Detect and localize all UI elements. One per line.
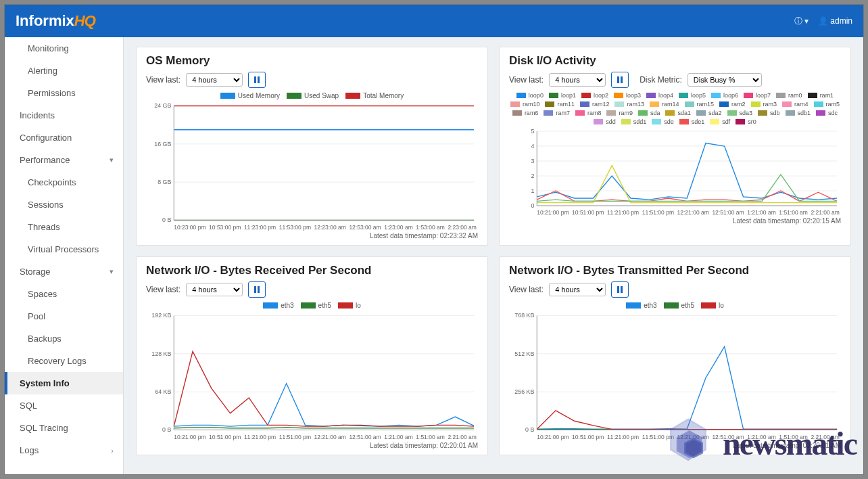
legend-item[interactable]: sr0: [736, 118, 756, 125]
range-select[interactable]: 15 minutes1 hour4 hours12 hours24 hours: [186, 283, 243, 296]
legend-item[interactable]: sdd: [594, 118, 616, 125]
sidebar-item-storage[interactable]: Storage▾: [5, 260, 123, 283]
legend-item[interactable]: Used Swap: [287, 92, 339, 99]
legend-label: ram10: [523, 101, 540, 108]
svg-text:8 GB: 8 GB: [158, 179, 171, 185]
legend-swatch: [808, 93, 817, 98]
legend-label: eth3: [644, 302, 656, 309]
legend-item[interactable]: ram13: [614, 101, 644, 108]
legend-item[interactable]: eth5: [664, 302, 694, 309]
legend-swatch: [664, 302, 679, 309]
legend-item[interactable]: loop6: [711, 92, 738, 99]
svg-text:16 GB: 16 GB: [154, 141, 171, 147]
legend-item[interactable]: ram10: [510, 101, 540, 108]
sidebar-item-monitoring[interactable]: Monitoring: [5, 37, 123, 60]
legend-swatch: [782, 101, 792, 107]
sidebar-item-threads[interactable]: Threads: [5, 216, 123, 238]
legend-item[interactable]: loop3: [614, 92, 641, 99]
legend-item[interactable]: loop7: [744, 92, 771, 99]
sidebar-item-spaces[interactable]: Spaces: [5, 283, 123, 305]
legend-item[interactable]: ram15: [685, 101, 715, 108]
sidebar-item-sql[interactable]: SQL: [5, 394, 123, 417]
legend-item[interactable]: ram4: [782, 101, 809, 108]
legend-item[interactable]: Total Memory: [345, 92, 404, 99]
legend-item[interactable]: lo: [701, 302, 724, 309]
legend-item[interactable]: ram2: [719, 101, 746, 108]
sidebar-item-label: System Info: [20, 378, 70, 388]
legend-item[interactable]: loop2: [581, 92, 608, 99]
pause-button[interactable]: [611, 281, 629, 298]
pause-button[interactable]: [248, 72, 266, 88]
sidebar-item-label: Alerting: [28, 66, 57, 76]
app-window: InformixHQ ⓘ ▾ 👤 admin MonitoringAlertin…: [4, 4, 864, 475]
legend-item[interactable]: ram14: [650, 101, 679, 108]
sidebar-item-sql-tracing[interactable]: SQL Tracing: [5, 417, 123, 439]
legend-item[interactable]: sde1: [679, 118, 705, 125]
legend-swatch: [338, 302, 353, 309]
range-select[interactable]: 15 minutes1 hour4 hours12 hours24 hours: [549, 283, 606, 296]
legend-item[interactable]: ram6: [512, 110, 539, 116]
sidebar-item-pool[interactable]: Pool: [5, 305, 123, 327]
sidebar-item-alerting[interactable]: Alerting: [5, 60, 123, 82]
legend-item[interactable]: sde: [652, 118, 674, 125]
legend-item[interactable]: loop5: [679, 92, 706, 99]
main-content: OS Memory View last: 15 minutes1 hour4 h…: [124, 37, 863, 475]
legend-item[interactable]: sdf: [710, 118, 730, 125]
pause-button[interactable]: [248, 281, 266, 298]
legend-label: loop4: [658, 92, 673, 99]
legend-item[interactable]: eth5: [301, 302, 331, 309]
sidebar-item-sessions[interactable]: Sessions: [5, 193, 123, 216]
info-icon[interactable]: ⓘ ▾: [794, 16, 809, 27]
sidebar-item-system-info[interactable]: System Info: [5, 372, 123, 394]
legend-item[interactable]: ram1: [808, 92, 834, 99]
sidebar-item-virtual-processors[interactable]: Virtual Processors: [5, 238, 123, 260]
legend-item[interactable]: ram9: [606, 110, 633, 116]
legend-item[interactable]: sda2: [696, 110, 722, 116]
pause-button[interactable]: [611, 72, 629, 88]
sidebar-item-backups[interactable]: Backups: [5, 327, 123, 350]
range-select[interactable]: 15 minutes1 hour4 hours12 hours24 hours: [549, 73, 606, 87]
legend-item[interactable]: sda: [638, 110, 660, 116]
x-tick: 1:51:00 am: [416, 434, 445, 440]
legend-item[interactable]: eth3: [263, 302, 293, 309]
sidebar-item-logs[interactable]: Logs›: [5, 439, 123, 461]
legend-item[interactable]: ram8: [575, 110, 602, 116]
legend-label: eth3: [281, 302, 293, 309]
range-select[interactable]: 15 minutes1 hour4 hours12 hours24 hours: [186, 73, 243, 87]
sidebar-item-recovery-logs[interactable]: Recovery Logs: [5, 350, 123, 372]
chart-os-memory: 0 B8 GB16 GB24 GB: [146, 102, 478, 224]
sidebar-item-performance[interactable]: Performance▾: [5, 149, 123, 171]
legend-item[interactable]: loop1: [549, 92, 576, 99]
sidebar-item-permissions[interactable]: Permissions: [5, 82, 123, 104]
legend-item[interactable]: ram7: [544, 110, 570, 116]
legend-item[interactable]: sda1: [665, 110, 691, 116]
legend-item[interactable]: eth3: [626, 302, 656, 309]
legend-item[interactable]: sdb1: [786, 110, 811, 116]
legend-swatch: [220, 93, 235, 99]
legend-item[interactable]: ram3: [751, 101, 777, 108]
legend-label: sda2: [708, 110, 722, 116]
svg-text:0: 0: [531, 202, 534, 209]
legend-swatch: [758, 110, 767, 116]
legend-label: loop7: [756, 92, 771, 99]
sidebar-item-checkpoints[interactable]: Checkpoints: [5, 171, 123, 193]
legend-item[interactable]: ram5: [814, 101, 840, 108]
legend-item[interactable]: sdd1: [621, 118, 647, 125]
legend-item[interactable]: ram0: [776, 92, 802, 99]
legend-item[interactable]: ram12: [580, 101, 610, 108]
sidebar-item-configuration[interactable]: Configuration: [5, 127, 123, 149]
legend-item[interactable]: ram11: [545, 101, 575, 108]
legend-item[interactable]: Used Memory: [220, 92, 280, 99]
legend-item[interactable]: loop0: [516, 92, 544, 99]
legend-item[interactable]: sda3: [727, 110, 753, 116]
legend-item[interactable]: loop4: [646, 92, 673, 99]
user-menu[interactable]: 👤 admin: [818, 16, 852, 26]
sidebar-item-incidents[interactable]: Incidents: [5, 104, 123, 127]
svg-text:4: 4: [531, 143, 534, 150]
legend-item[interactable]: sdb: [758, 110, 780, 116]
legend-item[interactable]: sdc: [816, 110, 838, 116]
legend-item[interactable]: lo: [338, 302, 361, 309]
legend-label: ram14: [662, 101, 679, 108]
disk-metric-select[interactable]: Disk Busy %Reads/secWrites/sec: [688, 73, 762, 87]
legend-swatch: [646, 93, 656, 98]
